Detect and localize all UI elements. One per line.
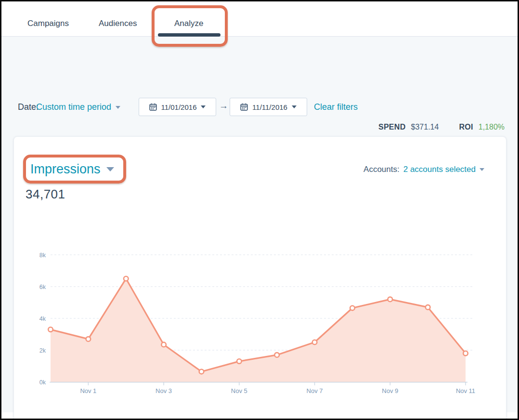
accounts-picker: Accounts: 2 accounts selected	[363, 165, 484, 174]
data-point-marker[interactable]	[274, 353, 279, 357]
y-axis-tick-label: 2k	[39, 347, 46, 354]
area-fill	[51, 279, 466, 382]
data-point-marker[interactable]	[388, 297, 392, 302]
accounts-selected-dropdown[interactable]: 2 accounts selected	[403, 165, 476, 174]
analyze-page: Date: Custom time period 11/01/2016 →	[1, 37, 518, 412]
x-axis-tick-label: Nov 5	[231, 387, 247, 394]
data-point-marker[interactable]	[48, 327, 53, 332]
start-date-value: 11/01/2016	[161, 103, 197, 111]
calendar-icon	[149, 103, 157, 111]
data-point-marker[interactable]	[426, 305, 430, 310]
y-axis-tick-label: 6k	[39, 284, 46, 290]
tab-audiences[interactable]: Audiences	[99, 19, 137, 28]
data-point-marker[interactable]	[86, 337, 91, 341]
accounts-label: Accounts:	[363, 165, 400, 174]
end-date-picker[interactable]: 11/11/2016	[230, 98, 307, 116]
chevron-down-icon[interactable]	[480, 168, 484, 171]
spend-label: SPEND	[378, 123, 406, 131]
date-range-type-dropdown[interactable]: Custom time period	[36, 102, 120, 112]
tab-bar: Campaigns Audiences Analyze	[1, 1, 518, 37]
y-axis-tick-label: 0k	[39, 379, 46, 386]
arrow-right-icon: →	[219, 101, 228, 111]
tab-analyze[interactable]: Analyze	[174, 19, 203, 28]
data-point-marker[interactable]	[463, 351, 468, 356]
roi-value: 1,180%	[479, 123, 505, 131]
data-point-marker[interactable]	[312, 340, 317, 345]
y-axis-tick-label: 8k	[39, 252, 46, 259]
data-point-marker[interactable]	[124, 276, 129, 281]
data-point-marker[interactable]	[161, 342, 166, 347]
metric-total-value: 34,701	[26, 187, 65, 202]
impressions-area-chart: 0k2k4k6k8kNov 1Nov 3Nov 5Nov 7Nov 9Nov 1…	[14, 243, 507, 404]
chevron-down-icon	[201, 105, 206, 108]
summary-stats: SPEND $371.14 ROI 1,180%	[378, 123, 505, 131]
spend-value: $371.14	[411, 123, 439, 131]
x-axis-tick-label: Nov 11	[456, 387, 475, 394]
clear-filters-link[interactable]: Clear filters	[314, 102, 358, 112]
end-date-value: 11/11/2016	[252, 103, 287, 111]
calendar-icon	[240, 103, 248, 111]
chevron-down-icon	[292, 105, 297, 108]
active-tab-indicator	[158, 33, 221, 37]
chevron-down-icon	[116, 106, 120, 109]
data-point-marker[interactable]	[199, 369, 204, 374]
chevron-down-icon	[106, 167, 114, 171]
date-range-type-value: Custom time period	[36, 102, 111, 112]
roi-label: ROI	[459, 123, 473, 131]
x-axis-tick-label: Nov 7	[307, 387, 323, 394]
x-axis-tick-label: Nov 9	[382, 387, 398, 394]
y-axis-tick-label: 4k	[39, 315, 46, 322]
metric-selector-value: Impressions	[30, 162, 101, 177]
data-point-marker[interactable]	[350, 306, 355, 311]
start-date-picker[interactable]: 11/01/2016	[139, 98, 216, 116]
data-point-marker[interactable]	[237, 359, 242, 364]
screenshot-frame: Campaigns Audiences Analyze Date: Custom…	[0, 0, 519, 420]
tab-campaigns[interactable]: Campaigns	[27, 19, 69, 28]
x-axis-tick-label: Nov 3	[156, 387, 172, 394]
x-axis-tick-label: Nov 1	[80, 387, 96, 394]
date-filter-label: Date:	[18, 102, 39, 112]
analytics-card: Impressions Accounts: 2 accounts selecte…	[13, 136, 506, 420]
metric-selector-dropdown[interactable]: Impressions	[30, 162, 114, 177]
